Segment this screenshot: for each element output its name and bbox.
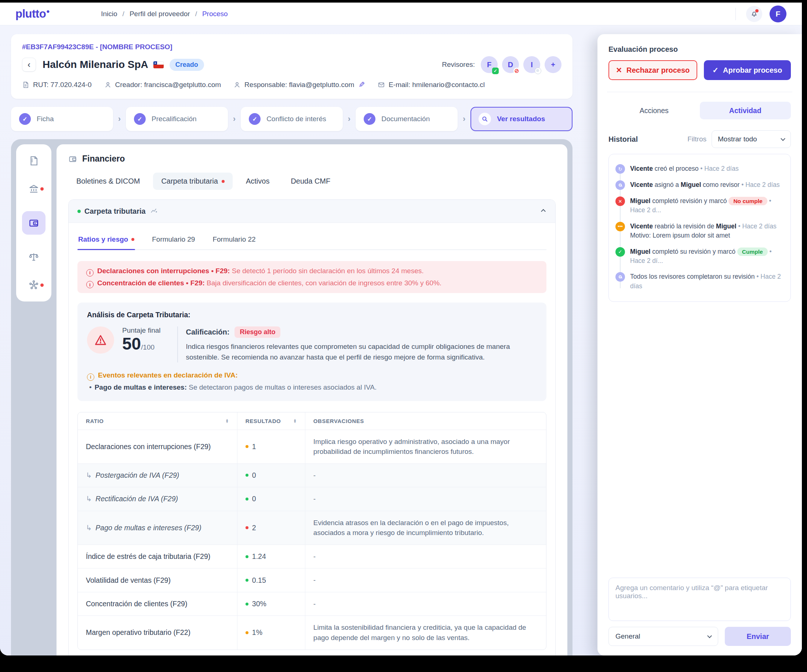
step-label: Precalificación <box>151 115 197 123</box>
result-cell: 0 <box>237 487 305 511</box>
timestamp: • Hace 2 días <box>700 165 738 172</box>
breadcrumb: Inicio / Perfil del proveedor / Proceso <box>101 10 227 18</box>
alert-title: Declaraciones con interrupciones • F29: <box>97 267 230 274</box>
x-circle-icon: ✕ <box>616 196 625 206</box>
ratio-table: RATIO ▲▼ RESULTADO ▲▼ OBSERVACIONES Decl… <box>78 412 546 650</box>
panel-title: Carpeta tributaria <box>85 207 146 216</box>
info-icon <box>86 269 94 276</box>
step-label: Conflicto de interés <box>266 115 326 123</box>
tab-label: Carpeta tributaria <box>161 177 218 185</box>
document-icon <box>22 81 29 88</box>
no-cumple-badge: No cumple <box>729 197 767 205</box>
iva-events-label: Eventos relevantes en declaración de IVA… <box>98 371 238 379</box>
tab-deuda-cmf[interactable]: Deuda CMF <box>282 173 338 190</box>
edit-responsible-icon[interactable]: ✎ <box>359 80 365 89</box>
tab-activos[interactable]: Activos <box>238 173 277 190</box>
subtab-formulario-22[interactable]: Formulario 22 <box>212 232 256 250</box>
ratio-cell: ↳Postergación de IVA (F29) <box>78 464 237 487</box>
top-navbar: plutto● Inicio / Perfil del proveedor / … <box>0 3 802 25</box>
rail-item-legal[interactable] <box>28 251 39 263</box>
collapse-button[interactable] <box>540 206 546 216</box>
carpeta-tributaria-header: Carpeta tributaria <box>69 200 555 223</box>
step-ficha[interactable]: Ficha <box>11 107 113 131</box>
rail-item-financiero[interactable] <box>22 211 45 235</box>
reviewer-avatar[interactable]: I <box>523 56 540 73</box>
notifications-button[interactable] <box>746 6 762 22</box>
risk-alerts: Declaraciones con interrupciones • F29: … <box>78 261 546 293</box>
back-button[interactable]: ‹ <box>22 58 36 72</box>
send-comment-button[interactable]: Enviar <box>725 627 791 646</box>
app-window: plutto● Inicio / Perfil del proveedor / … <box>0 3 802 655</box>
bank-icon <box>28 183 39 194</box>
table-row: ↳Pago de multas e intereses (F29) 2 Evid… <box>78 511 546 545</box>
risk-dot <box>246 474 249 477</box>
subtab-label: Formulario 29 <box>152 235 195 243</box>
reopen-reason: Motivo: Lorem ipsum dolor sit amet <box>630 231 777 240</box>
alert-text: Baja diversificación de clientes, con va… <box>207 279 442 287</box>
rail-item-document[interactable] <box>28 155 39 166</box>
category-value: General <box>616 632 640 640</box>
document-icon <box>28 155 39 166</box>
check-circle-icon <box>249 113 261 125</box>
financiero-tabs: Boletines & DICOM Carpeta tributaria Act… <box>68 173 556 190</box>
timeline-event: Todos los revisores completaron su revis… <box>616 269 784 294</box>
breadcrumb-vendor-profile[interactable]: Perfil del proveedor <box>130 10 190 18</box>
alert-dot <box>131 238 134 241</box>
rail-item-bank[interactable] <box>28 183 39 194</box>
filter-value: Mostrar todo <box>718 135 757 143</box>
plutto-logo[interactable]: plutto● <box>15 7 50 20</box>
warning-triangle-icon <box>87 326 114 354</box>
subtab-formulario-29[interactable]: Formulario 29 <box>151 232 196 250</box>
chevron-down-icon <box>780 136 785 141</box>
tab-carpeta-tributaria[interactable]: Carpeta tributaria <box>153 173 232 190</box>
step-label: Documentación <box>381 115 430 123</box>
column-header-resultado[interactable]: RESULTADO ▲▼ <box>237 413 305 430</box>
score-value: 50 <box>122 334 141 353</box>
add-reviewer-button[interactable]: + <box>545 56 561 73</box>
cumple-badge: Cumple <box>737 248 768 256</box>
reviewer-avatar[interactable]: F ✓ <box>481 56 498 73</box>
alert-dot <box>222 180 224 183</box>
creator-value: Creador: francisca@getplutto.com <box>115 81 221 89</box>
sort-icon: ▲▼ <box>225 419 229 423</box>
tab-boletines-dicom[interactable]: Boletines & DICOM <box>68 173 148 190</box>
section-title: Financiero <box>82 154 125 164</box>
table-header-row: RATIO ▲▼ RESULTADO ▲▼ OBSERVACIONES <box>78 413 546 430</box>
alert-text: Se detectó 1 período sin declaración en … <box>232 267 424 274</box>
reject-process-button[interactable]: ✕Rechazar proceso <box>608 60 697 80</box>
check-circle-icon <box>19 113 31 125</box>
email-value: E-mail: hmilenario@contacto.cl <box>389 81 485 89</box>
approve-process-button[interactable]: ✓Aprobar proceso <box>704 60 791 80</box>
user-avatar[interactable]: F <box>770 5 787 22</box>
risk-dot <box>246 497 249 501</box>
timestamp: • Hace 2 días <box>741 181 779 188</box>
tab-acciones[interactable]: Acciones <box>608 102 700 119</box>
step-precalificacion[interactable]: Precalificación <box>126 107 228 131</box>
history-title: Historial <box>608 135 638 143</box>
subtab-ratios-riesgo[interactable]: Ratios y riesgo <box>78 232 135 250</box>
history-filter-select[interactable]: Mostrar todo <box>712 130 791 148</box>
envelope-icon <box>378 81 385 88</box>
step-documentacion[interactable]: Documentación <box>355 107 458 131</box>
rut-value: RUT: 77.020.424-0 <box>33 81 92 89</box>
rail-item-network[interactable] <box>28 279 39 291</box>
step-conflicto-interes[interactable]: Conflicto de interés <box>241 107 343 131</box>
breadcrumb-home[interactable]: Inicio <box>101 10 117 18</box>
chevron-up-icon <box>541 209 546 214</box>
analysis-box: Análisis de Carpeta Tributaria: Puntaje … <box>78 303 546 401</box>
column-header-ratio[interactable]: RATIO ▲▼ <box>78 413 237 430</box>
iva-event-item: •Pago de multas e intereses: Se detectar… <box>89 383 537 391</box>
risk-dot <box>246 602 249 605</box>
reviewer-avatar[interactable]: D ⊘ <box>502 56 519 73</box>
step-ver-resultados[interactable]: Ver resultados <box>470 107 573 131</box>
ratio-cell: Concentración de clientes (F29) <box>78 592 237 616</box>
comment-category-select[interactable]: General <box>608 627 718 646</box>
sub-arrow-icon: ↳ <box>86 471 92 479</box>
comment-input[interactable] <box>608 578 791 621</box>
event-title: Pago de multas e intereses: <box>95 383 187 391</box>
timeline-event: ✕ Miguel completó revisión y marcó No cu… <box>616 193 784 218</box>
tab-actividad[interactable]: Actividad <box>700 102 791 119</box>
notification-dot <box>755 9 759 12</box>
person-icon <box>233 81 241 88</box>
app-body: #EB3F7AF99423C89E - [NOMBRE PROCESO] ‹ H… <box>0 25 802 655</box>
